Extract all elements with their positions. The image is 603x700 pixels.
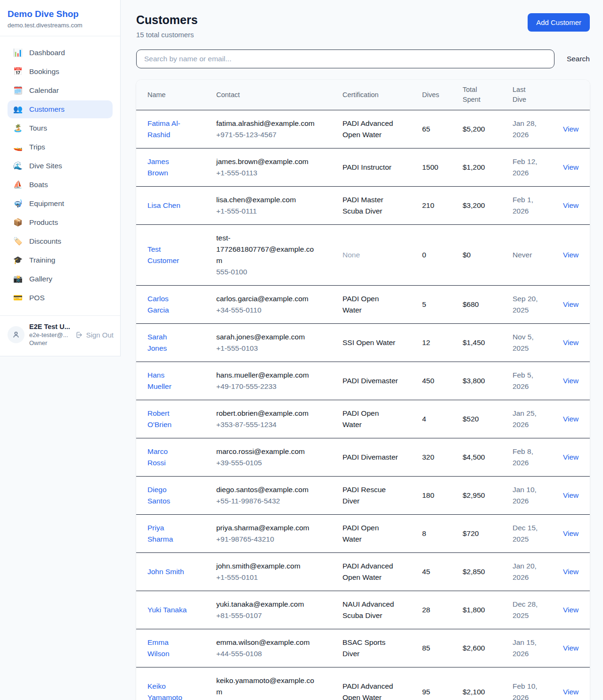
view-customer-link[interactable]: View [563,338,579,346]
sidebar-user-section: E2E Test U... e2e-tester@... Owner Sign … [0,315,120,356]
sidebar-item-discounts[interactable]: 🏷️ Discounts [8,232,113,250]
view-customer-link[interactable]: View [563,377,579,385]
customer-last-dive: Sep 20, 2025 [513,293,543,316]
sidebar-item-trips[interactable]: 🚤 Trips [8,138,113,156]
customer-name-link[interactable]: John Smith [147,566,184,577]
customer-name-link[interactable]: Priya Sharma [147,522,188,545]
view-customer-link[interactable]: View [563,415,579,423]
sailboat-icon: ⛵ [13,181,23,189]
customer-certification: NAUI Advanced Scuba Diver [342,599,400,621]
customer-name-link[interactable]: Test Customer [147,244,188,266]
customer-total-spent: $0 [463,225,513,286]
table-row: John Smith john.smith@example.com +1-555… [136,553,590,591]
view-customer-link[interactable]: View [563,529,579,537]
sidebar-item-training[interactable]: 🎓 Training [8,251,113,269]
logout-icon [75,331,83,339]
view-customer-link[interactable]: View [563,568,579,576]
sidebar-item-label: Products [29,218,58,227]
view-customer-link[interactable]: View [563,201,579,209]
col-dives: Dives [422,80,463,110]
customer-phone: +81-90-1234-5678 [216,698,338,700]
customer-certification: PADI Instructor [342,162,391,173]
view-customer-link[interactable]: View [563,644,579,652]
customer-dives: 65 [422,110,463,148]
customer-name-link[interactable]: Diego Santos [147,484,188,507]
table-row: Sarah Jones sarah.jones@example.com +1-5… [136,324,590,362]
sidebar-item-dive-sites[interactable]: 🌊 Dive Sites [8,157,113,175]
customer-name-link[interactable]: James Brown [147,156,188,179]
customer-total-spent: $2,950 [463,477,513,515]
sidebar-item-label: Bookings [29,67,59,76]
add-customer-button[interactable]: Add Customer [528,13,590,32]
customer-phone: +55-11-99876-5432 [216,495,338,507]
view-customer-link[interactable]: View [563,453,579,461]
search-input[interactable] [136,49,554,68]
sidebar-item-bookings[interactable]: 📅 Bookings [8,63,113,81]
customer-last-dive: Jan 28, 2026 [513,118,543,140]
sidebar-item-customers[interactable]: 👥 Customers [8,100,113,118]
customer-phone: 555-0100 [216,266,338,278]
diving-mask-icon: 🤿 [13,200,23,207]
table-row: Yuki Tanaka yuki.tanaka@example.com +81-… [136,591,590,629]
wave-icon: 🌊 [13,162,23,170]
customer-total-spent: $5,200 [463,110,513,148]
customer-name-link[interactable]: Yuki Tanaka [147,604,187,616]
sign-out-button[interactable]: Sign Out [75,331,114,339]
customer-certification: PADI Advanced Open Water [342,118,400,140]
customer-dives: 4 [422,400,463,438]
customer-email: sarah.jones@example.com [216,331,318,343]
app-title-link[interactable]: Demo Dive Shop [8,9,113,19]
customer-total-spent: $2,850 [463,553,513,591]
sidebar-item-products[interactable]: 📦 Products [8,214,113,231]
customer-name-link[interactable]: Robert O'Brien [147,408,188,430]
view-customer-link[interactable]: View [563,491,579,499]
sidebar-item-gallery[interactable]: 📸 Gallery [8,270,113,288]
customer-name-link[interactable]: Hans Mueller [147,370,188,392]
customer-email: hans.mueller@example.com [216,370,318,381]
view-customer-link[interactable]: View [563,163,579,171]
customer-email: yuki.tanaka@example.com [216,599,318,610]
people-icon: 👥 [13,106,23,113]
sidebar-item-label: Calendar [29,86,59,95]
sidebar-item-boats[interactable]: ⛵ Boats [8,176,113,194]
view-customer-link[interactable]: View [563,300,579,308]
sidebar-item-dashboard[interactable]: 📊 Dashboard [8,44,113,62]
credit-card-icon: 💳 [13,294,23,302]
sidebar-item-equipment[interactable]: 🤿 Equipment [8,195,113,213]
customer-last-dive: Feb 10, 2026 [513,681,543,700]
table-row: Carlos Garcia carlos.garcia@example.com … [136,286,590,324]
customer-total-spent: $520 [463,400,513,438]
customer-dives: 210 [422,187,463,225]
view-customer-link[interactable]: View [563,251,579,259]
view-customer-link[interactable]: View [563,125,579,133]
view-customer-link[interactable]: View [563,606,579,614]
customer-name-link[interactable]: Marco Rossi [147,446,188,469]
view-customer-link[interactable]: View [563,688,579,696]
customer-dives: 12 [422,324,463,362]
search-button[interactable]: Search [567,55,590,63]
customer-email: fatima.alrashid@example.com [216,118,318,129]
customer-email: lisa.chen@example.com [216,194,318,206]
customer-name-link[interactable]: Emma Wilson [147,637,188,659]
sidebar-item-calendar[interactable]: 🗓️ Calendar [8,82,113,99]
col-total-spent: Total Spent [463,80,513,110]
sidebar-item-pos[interactable]: 💳 POS [8,289,113,307]
app-domain: demo.test.divestreams.com [8,22,113,29]
customer-name-link[interactable]: Fatima Al-Rashid [147,118,188,140]
sidebar-header: Demo Dive Shop demo.test.divestreams.com [0,0,120,36]
customer-email: emma.wilson@example.com [216,637,318,648]
customer-last-dive: Jan 20, 2026 [513,560,543,583]
sign-out-label: Sign Out [86,331,114,339]
sidebar-item-tours[interactable]: 🏝️ Tours [8,119,113,137]
customer-phone: +81-555-0107 [216,610,338,621]
customer-phone: +39-555-0105 [216,457,338,469]
col-certification: Certification [342,80,422,110]
customer-name-link[interactable]: Carlos Garcia [147,293,188,316]
customer-total-spent: $720 [463,515,513,553]
island-icon: 🏝️ [13,124,23,132]
customer-name-link[interactable]: Keiko Yamamoto [147,681,188,700]
customer-name-link[interactable]: Lisa Chen [147,200,180,211]
customer-dives: 85 [422,629,463,667]
table-row: Priya Sharma priya.sharma@example.com +9… [136,515,590,553]
customer-name-link[interactable]: Sarah Jones [147,331,188,354]
